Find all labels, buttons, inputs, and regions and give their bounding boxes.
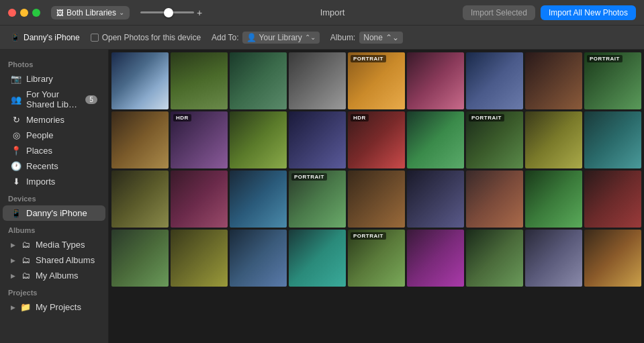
- shared-badge: 5: [85, 95, 97, 104]
- main-area: Photos 📷 Library 👥 For Your Shared Lib… …: [0, 50, 644, 343]
- sidebar-group-media-types[interactable]: ▶ 🗂 Media Types: [3, 237, 105, 252]
- photo-cell[interactable]: HDR: [171, 111, 228, 168]
- photo-cell[interactable]: [171, 52, 228, 109]
- photo-cell[interactable]: [289, 52, 346, 109]
- sidebar: Photos 📷 Library 👥 For Your Shared Lib… …: [0, 50, 109, 343]
- your-library-select[interactable]: 👤 Your Library ⌃⌄: [242, 32, 320, 44]
- sidebar-group-my-albums[interactable]: ▶ 🗂 My Albums: [3, 268, 105, 283]
- photo-cell[interactable]: [230, 170, 287, 228]
- photo-cell[interactable]: [466, 170, 523, 228]
- your-library-label: Your Library: [259, 33, 302, 42]
- albums-section-label: Albums: [0, 221, 108, 237]
- photo-cell[interactable]: [289, 111, 346, 168]
- photo-cell[interactable]: [525, 230, 582, 287]
- close-button[interactable]: [8, 9, 16, 17]
- library-switcher[interactable]: 🖼 Both Libraries ⌄: [51, 6, 130, 19]
- add-to-area: Add To: 👤 Your Library ⌃⌄: [212, 32, 320, 44]
- sidebar-item-memories[interactable]: ↻ Memories: [3, 112, 105, 128]
- photo-content: PORTRAITPORTRAITHDRHDRPORTRAITPORTRAITPO…: [109, 50, 644, 343]
- photo-cell[interactable]: [466, 52, 523, 109]
- imports-icon: ⬇: [11, 177, 21, 187]
- sidebar-item-shared[interactable]: 👥 For Your Shared Lib… 5: [3, 87, 105, 112]
- import-label: Import: [320, 7, 345, 17]
- photo-cell[interactable]: PORTRAIT: [289, 170, 346, 228]
- open-photos-checkbox[interactable]: [91, 34, 99, 42]
- photo-cell[interactable]: [407, 111, 464, 168]
- device-tab[interactable]: 📱 Danny's iPhone: [11, 33, 80, 42]
- photo-badge: HDR: [173, 114, 191, 121]
- photo-cell[interactable]: [525, 111, 582, 168]
- photo-badge: PORTRAIT: [351, 232, 386, 240]
- photo-cell[interactable]: [407, 230, 464, 287]
- sidebar-item-imports[interactable]: ⬇ Imports: [3, 174, 105, 189]
- photo-cell[interactable]: [230, 111, 287, 168]
- library-icon: 📷: [11, 74, 21, 84]
- album-label: Album:: [330, 33, 355, 42]
- photo-cell[interactable]: [111, 52, 169, 109]
- memories-label: Memories: [26, 115, 97, 125]
- photo-cell[interactable]: PORTRAIT: [584, 52, 641, 109]
- device-bar: 📱 Danny's iPhone Open Photos for this de…: [0, 26, 644, 50]
- library-switcher-arrows: ⌄: [119, 9, 124, 16]
- photo-cell[interactable]: [584, 111, 641, 168]
- open-photos-area[interactable]: Open Photos for this device: [91, 33, 201, 42]
- photo-badge: PORTRAIT: [351, 55, 386, 62]
- minimize-button[interactable]: [20, 9, 28, 17]
- person-icon: 👤: [246, 33, 257, 42]
- photo-cell[interactable]: [348, 170, 405, 228]
- photo-cell[interactable]: [584, 230, 641, 287]
- photo-cell[interactable]: [466, 230, 523, 287]
- shared-albums-icon: 🗂: [20, 255, 31, 265]
- sidebar-group-my-projects[interactable]: ▶ 📁 My Projects: [3, 299, 105, 315]
- library-dropdown-icon: ⌃⌄: [305, 34, 316, 41]
- album-value: None: [363, 33, 383, 42]
- media-types-chevron: ▶: [11, 242, 15, 248]
- shared-albums-chevron: ▶: [11, 257, 15, 264]
- import-selected-button[interactable]: Import Selected: [463, 5, 535, 20]
- zoom-plus-icon[interactable]: +: [197, 7, 202, 18]
- photo-badge: PORTRAIT: [587, 55, 623, 62]
- my-projects-icon: 📁: [20, 302, 31, 312]
- photos-section-label: Photos: [0, 55, 108, 71]
- photo-cell[interactable]: PORTRAIT: [348, 52, 405, 109]
- photo-badge: HDR: [351, 114, 369, 121]
- traffic-lights: [8, 9, 40, 17]
- photo-cell[interactable]: [171, 170, 228, 228]
- shared-icon: 👥: [11, 95, 21, 105]
- album-dropdown[interactable]: None ⌃⌄: [359, 32, 403, 44]
- sidebar-item-library[interactable]: 📷 Library: [3, 71, 105, 87]
- photo-cell[interactable]: [407, 52, 464, 109]
- my-projects-chevron: ▶: [11, 304, 15, 311]
- maximize-button[interactable]: [32, 9, 40, 17]
- photo-cell[interactable]: HDR: [348, 111, 405, 168]
- zoom-slider-thumb[interactable]: [164, 8, 173, 17]
- zoom-slider-track[interactable]: [140, 11, 194, 13]
- photo-cell[interactable]: [407, 170, 464, 228]
- my-albums-chevron: ▶: [11, 273, 15, 279]
- photo-cell[interactable]: [584, 170, 641, 228]
- photo-cell[interactable]: [230, 52, 287, 109]
- library-icon: 🖼: [56, 9, 64, 17]
- places-label: Places: [26, 146, 97, 156]
- photo-cell[interactable]: [171, 230, 228, 287]
- photo-cell[interactable]: [111, 170, 169, 228]
- photo-cell[interactable]: [525, 52, 582, 109]
- import-all-button[interactable]: Import All New Photos: [541, 5, 636, 20]
- sidebar-group-shared-albums[interactable]: ▶ 🗂 Shared Albums: [3, 252, 105, 268]
- photo-cell[interactable]: [111, 230, 169, 287]
- zoom-slider-area: +: [140, 7, 202, 18]
- sidebar-item-people[interactable]: ◎ People: [3, 128, 105, 143]
- media-types-icon: 🗂: [20, 240, 31, 250]
- photo-cell[interactable]: PORTRAIT: [466, 111, 523, 168]
- places-icon: 📍: [11, 146, 21, 156]
- photo-cell[interactable]: [289, 230, 346, 287]
- projects-section-label: Projects: [0, 283, 108, 299]
- sidebar-item-recents[interactable]: 🕐 Recents: [3, 158, 105, 174]
- photo-cell[interactable]: [111, 111, 169, 168]
- photo-cell[interactable]: PORTRAIT: [348, 230, 405, 287]
- photo-cell[interactable]: [525, 170, 582, 228]
- photo-cell[interactable]: [230, 230, 287, 287]
- sidebar-item-iphone[interactable]: 📱 Danny's iPhone: [3, 205, 105, 221]
- photo-badge: PORTRAIT: [469, 114, 504, 121]
- sidebar-item-places[interactable]: 📍 Places: [3, 143, 105, 158]
